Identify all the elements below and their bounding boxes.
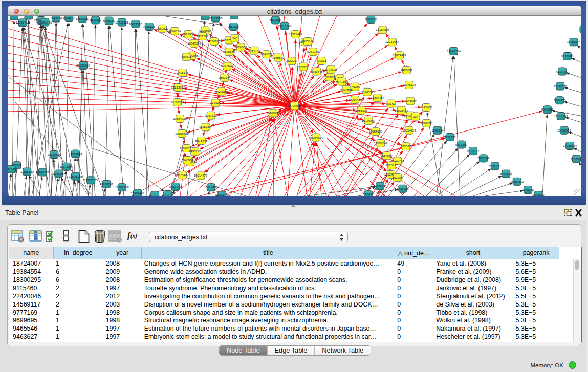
svg-text:304: 304: [413, 115, 419, 118]
svg-text:3822037: 3822037: [286, 59, 298, 62]
svg-text:1540934: 1540934: [181, 159, 193, 162]
svg-text:9084067: 9084067: [381, 154, 393, 157]
svg-text:6497568: 6497568: [340, 88, 353, 91]
svg-text:20206516: 20206516: [47, 153, 61, 156]
svg-text:3824554: 3824554: [361, 91, 374, 94]
svg-text:8186328: 8186328: [208, 40, 221, 43]
svg-text:15720407: 15720407: [362, 119, 376, 122]
svg-text:10958107: 10958107: [100, 183, 114, 186]
svg-text:733021: 733021: [316, 59, 327, 62]
svg-text:16782759: 16782759: [115, 186, 129, 189]
svg-text:16154808: 16154808: [376, 28, 389, 31]
svg-text:7986372: 7986372: [355, 109, 367, 112]
svg-text:11353594: 11353594: [199, 125, 213, 128]
svg-text:15892971: 15892971: [557, 129, 571, 132]
svg-text:9427552: 9427552: [215, 90, 228, 93]
svg-text:15751074: 15751074: [567, 40, 581, 43]
svg-text:9463627: 9463627: [404, 100, 417, 103]
svg-text:989611: 989611: [182, 55, 192, 58]
svg-text:546: 546: [232, 37, 238, 40]
svg-text:9474444: 9474444: [467, 149, 480, 152]
svg-text:12975115: 12975115: [402, 83, 416, 86]
svg-text:19166825: 19166825: [175, 132, 189, 135]
svg-text:18724007: 18724007: [288, 104, 301, 107]
svg-text:16107552: 16107552: [170, 101, 184, 104]
svg-text:8938923: 8938923: [444, 136, 456, 139]
svg-text:16648784: 16648784: [447, 50, 461, 53]
svg-text:7857224: 7857224: [228, 25, 240, 28]
svg-text:252254: 252254: [393, 176, 403, 179]
svg-text:19654925: 19654925: [173, 117, 187, 120]
svg-text:12923446: 12923446: [130, 192, 144, 195]
svg-text:16543362: 16543362: [187, 42, 201, 45]
svg-text:9115460: 9115460: [421, 106, 433, 109]
svg-text:20364436: 20364436: [348, 98, 362, 101]
svg-text:10688609: 10688609: [368, 130, 382, 133]
svg-text:10653267: 10653267: [76, 17, 90, 20]
svg-text:19218506: 19218506: [278, 25, 292, 28]
svg-text:10025433: 10025433: [395, 109, 408, 112]
svg-text:17016504: 17016504: [563, 144, 577, 147]
svg-text:3912954: 3912954: [182, 33, 194, 36]
svg-text:9699695: 9699695: [421, 122, 433, 125]
svg-text:10807487: 10807487: [371, 96, 384, 99]
svg-text:10975867: 10975867: [59, 165, 73, 168]
svg-text:1615132: 1615132: [386, 164, 398, 167]
svg-text:9129966: 9129966: [561, 55, 574, 58]
svg-text:7515526: 7515526: [143, 25, 156, 28]
svg-text:1621072: 1621072: [324, 76, 337, 79]
svg-text:17957225: 17957225: [84, 179, 98, 182]
svg-text:10973493: 10973493: [393, 54, 406, 57]
svg-text:6466160: 6466160: [103, 19, 115, 23]
svg-text:32691406: 32691406: [38, 21, 52, 24]
svg-text:1244415: 1244415: [554, 99, 566, 102]
svg-text:1527602: 1527602: [90, 18, 102, 21]
svg-text:19756928: 19756928: [399, 145, 413, 148]
svg-text:12213382: 12213382: [171, 86, 185, 89]
svg-text:217006: 217006: [210, 101, 221, 104]
svg-text:7663822: 7663822: [157, 27, 169, 30]
svg-text:62160: 62160: [387, 102, 396, 105]
svg-text:11325419: 11325419: [289, 33, 302, 36]
svg-text:9657771: 9657771: [169, 185, 182, 188]
svg-text:1362615: 1362615: [297, 65, 310, 69]
svg-text:16210643: 16210643: [554, 115, 568, 118]
svg-text:9777169: 9777169: [336, 80, 348, 83]
svg-text:9245612: 9245612: [532, 193, 545, 196]
svg-text:3267130: 3267130: [205, 114, 217, 117]
svg-text:9242843: 9242843: [221, 64, 233, 68]
svg-text:8471676: 8471676: [500, 172, 512, 176]
svg-text:1955610: 1955610: [302, 40, 314, 43]
svg-text:9245: 9245: [365, 193, 372, 196]
svg-text:18807249: 18807249: [374, 142, 388, 145]
svg-text:12942737: 12942737: [36, 171, 50, 174]
svg-text:19654923: 19654923: [402, 129, 416, 132]
svg-text:1498222: 1498222: [189, 150, 201, 153]
svg-text:8878342: 8878342: [195, 139, 208, 142]
svg-text:1605527: 1605527: [63, 16, 75, 19]
svg-text:1167533: 1167533: [571, 158, 581, 161]
svg-text:9245652: 9245652: [522, 188, 534, 191]
svg-text:1043714: 1043714: [50, 17, 62, 20]
svg-text:10654112: 10654112: [510, 180, 524, 183]
svg-text:20053346: 20053346: [76, 64, 90, 67]
svg-text:7625402: 7625402: [177, 173, 189, 177]
svg-text:3915412: 3915412: [8, 168, 18, 171]
svg-text:9146821: 9146821: [260, 53, 273, 56]
svg-text:6961758: 6961758: [307, 50, 319, 53]
svg-text:2718176: 2718176: [177, 71, 189, 74]
svg-text:12213967: 12213967: [385, 40, 399, 43]
svg-text:9327502: 9327502: [197, 35, 209, 38]
svg-text:2935114: 2935114: [477, 157, 490, 160]
svg-text:12093822: 12093822: [553, 85, 567, 88]
svg-text:1588520: 1588520: [272, 56, 285, 59]
svg-text:8813054: 8813054: [270, 18, 282, 21]
svg-text:12505135: 12505135: [69, 175, 82, 178]
svg-text:8215955: 8215955: [541, 108, 554, 111]
svg-text:5875685: 5875685: [223, 50, 235, 53]
svg-text:3660124: 3660124: [169, 30, 181, 33]
svg-text:5226058: 5226058: [199, 29, 211, 32]
svg-text:7632621: 7632621: [489, 165, 502, 168]
svg-text:1640954: 1640954: [431, 129, 444, 132]
svg-text:15716485: 15716485: [204, 186, 218, 189]
